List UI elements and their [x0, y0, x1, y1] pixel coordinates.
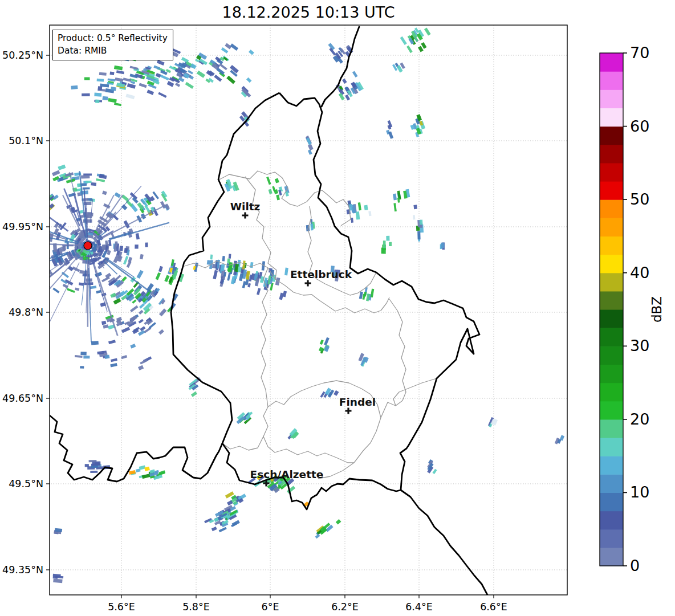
radar-echo-bin [351, 218, 353, 223]
radar-echo-bin [441, 243, 444, 248]
colorbar-segment [600, 163, 623, 182]
colorbar-segment [600, 273, 623, 292]
radar-echo-bin [84, 77, 90, 80]
y-tick-label: 49.5°N [9, 478, 43, 489]
product-info-box: Product: 0.5° Reflectivity Data: RMIB [52, 30, 173, 60]
radar-figure: 18.12.2025 10:13 UTC Product: 0.5° Refle… [0, 0, 675, 616]
radar-echo-bin [383, 240, 386, 248]
colorbar-segment [600, 309, 623, 328]
radar-echo-bin [222, 256, 225, 262]
radar-echo-bin [310, 224, 313, 231]
radar-echo-bin [389, 242, 392, 246]
colorbar-segment [600, 255, 623, 274]
radar-echo-bin [102, 96, 108, 100]
colorbar-segment [600, 492, 623, 511]
radar-echo-bin [91, 341, 99, 345]
radar-echo-bin [417, 231, 420, 239]
radar-echo-bin [386, 236, 389, 241]
colorbar-tick-label: 60 [630, 117, 649, 135]
colorbar-segment [600, 474, 623, 493]
radar-echo-bin [81, 175, 90, 178]
colorbar-segment [600, 53, 623, 72]
x-tick-label: 5.8°E [182, 601, 210, 613]
colorbar-segment [600, 71, 623, 90]
radar-site-dot [84, 242, 92, 250]
colorbar-segment [600, 364, 623, 383]
radar-echo-bin [98, 86, 103, 90]
colorbar-segment [600, 328, 623, 346]
figure-title: 18.12.2025 10:13 UTC [50, 3, 567, 21]
colorbar-segment [600, 181, 623, 200]
colorbar-segment [600, 438, 623, 456]
city-label: Findel [339, 396, 376, 408]
x-tick-label: 6.4°E [405, 601, 433, 613]
colorbar-segment [600, 218, 623, 236]
colorbar-segment [600, 346, 623, 365]
radar-echo-bin [229, 254, 231, 258]
radar-echo-bin [86, 181, 91, 183]
radar-echo-bin [210, 255, 213, 260]
colorbar-segment [600, 548, 623, 566]
radar-echo-bin [135, 244, 139, 248]
colorbar-segment [600, 199, 623, 218]
radar-echo-bin [80, 366, 84, 369]
colorbar-tick-label: 70 [630, 44, 649, 62]
radar-echo-bin [95, 99, 100, 103]
colorbar-segment [600, 145, 623, 164]
y-tick-label: 49.95°N [2, 221, 43, 232]
colorbar-unit-label: dBZ [649, 296, 664, 323]
y-tick-label: 50.25°N [2, 50, 43, 61]
colorbar-segment [600, 456, 623, 475]
radar-echo-bin [420, 220, 423, 225]
radar-echo-bin [115, 242, 118, 246]
radar-echo-bin [94, 93, 101, 97]
radar-echo-bin [85, 464, 89, 467]
radar-echo-bin [91, 182, 96, 186]
radar-echo-bin [90, 471, 97, 473]
colorbar-segment [600, 401, 623, 420]
radar-echo-bin [212, 264, 216, 268]
colorbar-tick-label: 30 [630, 337, 649, 354]
radar-echo-bin [83, 187, 90, 190]
colorbar-segment [600, 127, 623, 145]
y-tick-label: 49.8°N [9, 307, 43, 318]
city-label: Ettelbruck [290, 268, 352, 280]
colorbar-segment [600, 511, 623, 530]
x-tick-label: 6°E [262, 601, 279, 613]
x-tick-label: 5.6°E [108, 601, 135, 613]
radar-echo-bin [119, 246, 123, 251]
radar-echo-bin [145, 243, 148, 247]
colorbar-tick-label: 10 [630, 483, 649, 501]
colorbar-segment [600, 529, 623, 548]
colorbar-tick-label: 40 [630, 264, 649, 282]
y-tick-label: 50.1°N [9, 135, 43, 146]
colorbar-tick-label: 20 [630, 410, 649, 428]
colorbar-segment [600, 383, 623, 402]
x-tick-label: 6.6°E [480, 601, 507, 613]
radar-echo-bin [207, 260, 211, 264]
colorbar-segment [600, 108, 623, 127]
colorbar-segment [600, 236, 623, 255]
radar-echo-bin [109, 72, 114, 75]
product-info-line1: Product: 0.5° Reflectivity [58, 32, 168, 44]
radar-echo-bin [83, 356, 90, 358]
map-plot: WiltzEttelbruckFindelEsch/Alzette5.6°E5.… [0, 0, 675, 616]
colorbar-segment [600, 89, 623, 108]
radar-echo-bin [413, 215, 415, 219]
colorbar-group: 010203040506070dBZ [600, 44, 664, 574]
radar-echo-bin [80, 352, 86, 355]
product-info-line2: Data: RMIB [58, 44, 168, 57]
radar-echo-bin [71, 85, 78, 89]
radar-echo-bin [82, 93, 90, 96]
city-label: Wiltz [230, 201, 261, 213]
colorbar-tick-label: 0 [630, 557, 640, 574]
colorbar-segment [600, 291, 623, 310]
city-label: Esch/Alzette [250, 468, 324, 480]
radar-echo-bin [97, 79, 104, 82]
radar-echo-bin [91, 466, 98, 468]
colorbar-tick-label: 50 [630, 190, 649, 208]
y-tick-label: 49.35°N [2, 564, 43, 576]
radar-echo-bin [92, 461, 100, 465]
radar-echo-bin [101, 244, 105, 250]
y-tick-label: 49.65°N [2, 393, 43, 404]
